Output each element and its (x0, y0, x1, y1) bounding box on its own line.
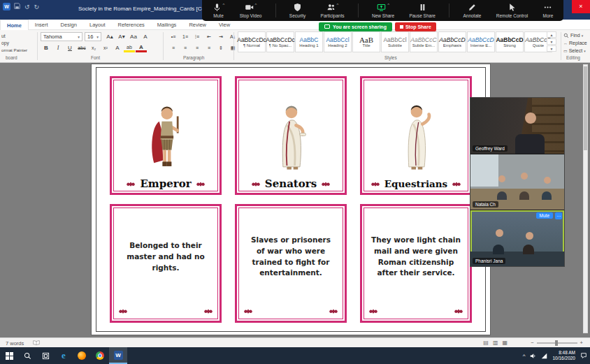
style-normal[interactable]: AaBbCcDc ¶ Normal (238, 31, 266, 52)
style-title[interactable]: AaB Title (352, 31, 380, 52)
network-icon[interactable] (541, 349, 547, 362)
chrome-icon (96, 351, 104, 360)
cut-button[interactable]: ut (1, 34, 6, 38)
tab-insert[interactable]: Insert (29, 20, 55, 30)
clear-formatting-button[interactable]: A (140, 32, 151, 41)
proofing-icon[interactable] (33, 340, 40, 347)
tab-references[interactable]: References (112, 20, 151, 30)
participant-options-button[interactable]: ⋯ (555, 212, 562, 219)
bullets-button[interactable]: •≡ (168, 32, 179, 41)
video-tile-geoffrey[interactable]: Geoffrey Ward (470, 98, 564, 154)
zoom-more-button[interactable]: More (541, 2, 554, 19)
decrease-indent-button[interactable]: ⇤ (203, 32, 215, 41)
style-subtle-emphasis[interactable]: AaBbCcC Subtle Em... (410, 31, 438, 52)
font-size-combobox[interactable]: 16▾ (85, 32, 101, 41)
text-effects-button[interactable]: A (112, 43, 123, 52)
zoom-pause-share-button[interactable]: Pause Share (408, 2, 437, 19)
zoom-annotate-button[interactable]: Annotate (461, 2, 482, 19)
zoom-mute-button[interactable]: ^ Mute (211, 2, 226, 19)
print-layout-button[interactable]: ▥ (493, 340, 498, 346)
superscript-button[interactable]: x² (100, 43, 111, 52)
style-strong[interactable]: AaBbCcD Strong (496, 31, 524, 52)
gallery-down-arrow[interactable]: ▼ (547, 38, 556, 45)
zoom-slider-thumb[interactable] (555, 340, 558, 346)
taskbar-chrome-icon[interactable] (91, 347, 109, 364)
word-app-icon[interactable]: W (3, 3, 10, 10)
gallery-more-button[interactable]: ▼ (547, 45, 556, 52)
taskbar-clock[interactable]: 8:48 AM 10/16/2020 (552, 350, 575, 362)
line-spacing-button[interactable]: ⇕ (215, 43, 226, 52)
gallery-up-arrow[interactable]: ▲ (547, 31, 556, 38)
video-tile-phanisri[interactable]: Mute ⋯ Phanisri Jana (470, 210, 564, 266)
zoom-stop-video-button[interactable]: ^ Stop Video (238, 2, 264, 19)
mute-participant-button[interactable]: Mute (536, 212, 553, 219)
action-center-icon[interactable] (580, 349, 587, 362)
chevron-up-icon[interactable]: ^ (255, 3, 257, 8)
font-name-combobox[interactable]: Tahoma▾ (41, 32, 82, 41)
replace-button[interactable]: ↔ Replace (563, 39, 590, 47)
chevron-up-icon[interactable]: ^ (387, 3, 389, 8)
chevron-up-icon[interactable]: ^ (223, 3, 225, 8)
bold-button[interactable]: B (41, 43, 52, 52)
tab-layout[interactable]: Layout (83, 20, 112, 30)
close-button[interactable]: × (572, 0, 590, 13)
strikethrough-button[interactable]: abc (76, 43, 87, 52)
style-subtitle[interactable]: AaBbCcl Subtitle (381, 31, 409, 52)
tray-expand-button[interactable]: ^ (523, 353, 526, 359)
chevron-up-icon[interactable]: ^ (337, 3, 339, 8)
subscript-button[interactable]: x₂ (88, 43, 99, 52)
style-heading-2[interactable]: AaBbCcl Heading 2 (324, 31, 352, 52)
task-view-button[interactable] (36, 347, 55, 364)
style-intense-emphasis[interactable]: AaBbCcD Intense E... (467, 31, 495, 52)
format-painter-button[interactable]: ormat Painter (1, 48, 27, 52)
zoom-new-share-button[interactable]: ^ New Share (370, 2, 396, 19)
highlight-color-button[interactable]: ab (124, 43, 135, 52)
font-color-button[interactable]: A (136, 43, 147, 52)
underline-button[interactable]: U (64, 43, 75, 52)
copy-button[interactable]: opy (1, 41, 9, 45)
italic-button[interactable]: I (52, 43, 64, 52)
grow-font-button[interactable]: A▴ (104, 32, 115, 41)
word-count[interactable]: 7 words (6, 340, 24, 347)
find-button[interactable]: Find▾ (563, 31, 590, 39)
start-button[interactable] (0, 347, 18, 364)
document-page[interactable]: Emperor (92, 64, 490, 335)
select-button[interactable]: ▭ Select▾ (563, 47, 590, 54)
tab-design[interactable]: Design (55, 20, 83, 30)
video-tile-nataia[interactable]: Nataia Ch (470, 154, 564, 211)
speaker-icon[interactable] (530, 349, 536, 362)
align-center-button[interactable]: ≡ (180, 43, 191, 52)
zoom-slider[interactable] (537, 342, 577, 344)
taskbar-word-icon[interactable]: W (109, 347, 127, 364)
style-no-spacing[interactable]: AaBbCcDc ¶ No Spac... (266, 31, 294, 52)
web-layout-button[interactable]: ▦ (502, 340, 508, 346)
zoom-out-button[interactable]: − (531, 340, 533, 346)
style-heading-1[interactable]: AaBbC Heading 1 (295, 31, 323, 52)
increase-indent-button[interactable]: ⇥ (215, 32, 226, 41)
style-emphasis[interactable]: AaBbCcD Emphasis (438, 31, 466, 52)
tab-mailings[interactable]: Mailings (151, 20, 183, 30)
zoom-in-button[interactable]: + (580, 340, 583, 346)
justify-button[interactable]: ≡ (203, 43, 215, 52)
zoom-security-button[interactable]: Security (288, 2, 307, 19)
read-mode-button[interactable]: ▤ (483, 340, 489, 346)
save-icon[interactable] (14, 3, 20, 10)
shrink-font-button[interactable]: A▾ (116, 32, 127, 41)
taskbar-search-button[interactable] (18, 347, 36, 364)
zoom-remote-control-button[interactable]: Remote Control (495, 2, 530, 19)
taskbar-edge-icon[interactable]: e (55, 347, 73, 364)
numbering-button[interactable]: 1≡ (180, 32, 191, 41)
align-left-button[interactable]: ≡ (168, 43, 179, 52)
scrollbar-thumb[interactable] (584, 66, 587, 150)
align-right-button[interactable]: ≡ (192, 43, 203, 52)
multilevel-list-button[interactable]: ⁝≡ (192, 32, 203, 41)
redo-icon[interactable]: ↻ (34, 3, 40, 10)
document-scrollbar[interactable] (583, 64, 588, 333)
shading-button[interactable]: ▦ (227, 43, 238, 52)
undo-icon[interactable]: ↺ (24, 3, 30, 10)
zoom-participants-button[interactable]: ^ Participants (319, 2, 346, 19)
change-case-button[interactable]: Aa (128, 32, 139, 41)
taskbar-firefox-icon[interactable] (73, 347, 91, 364)
tab-home[interactable]: Home (0, 20, 29, 30)
stop-share-button[interactable]: Stop Share (395, 22, 436, 31)
